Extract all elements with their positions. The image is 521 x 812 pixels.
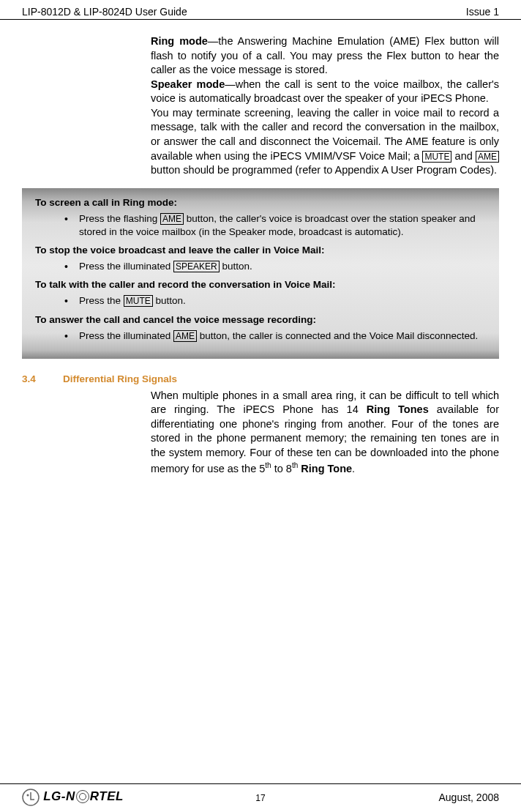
- instruction-box: To screen a call in Ring mode: Press the…: [22, 188, 499, 359]
- box-title-2: To stop the voice broadcast and leave th…: [35, 245, 486, 256]
- list-item: Press the MUTE button.: [64, 294, 486, 308]
- section-title: Differential Ring Signals: [63, 373, 177, 384]
- ame-key: AME: [173, 330, 197, 342]
- intro-paragraphs: Ring mode—the Answering Machine Emulatio…: [151, 34, 499, 178]
- section-text-mid2: to 8: [271, 462, 292, 474]
- footer-date: August, 2008: [438, 791, 499, 803]
- ring-mode-label: Ring mode: [151, 35, 208, 47]
- logo-text-2: RTEL: [90, 789, 124, 803]
- item3-before: Press the: [79, 295, 124, 306]
- item2-before: Press the illuminated: [79, 261, 173, 272]
- header-left: LIP-8012D & LIP-8024D User Guide: [22, 6, 187, 18]
- mute-key: MUTE: [124, 295, 153, 307]
- item4-after: button, the caller is connected and the …: [197, 330, 478, 341]
- lg-logo-icon: [22, 789, 40, 806]
- sup-8th: th: [292, 461, 298, 469]
- logo-circle-icon: [76, 790, 89, 803]
- item1-before: Press the flashing: [79, 213, 160, 224]
- box-title-1: To screen a call in Ring mode:: [35, 197, 486, 208]
- speaker-mode-label: Speaker mode: [151, 78, 225, 90]
- section-body: When multiple phones in a small area rin…: [151, 389, 499, 476]
- page-header: LIP-8012D & LIP-8024D User Guide Issue 1: [0, 0, 521, 20]
- box-list-2: Press the illuminated SPEAKER button.: [35, 260, 486, 273]
- box-title-3: To talk with the caller and record the c…: [35, 279, 486, 290]
- mute-key: MUTE: [422, 151, 451, 163]
- section-text-after: .: [352, 462, 355, 474]
- item4-before: Press the illuminated: [79, 330, 173, 341]
- list-item: Press the illuminated AME button, the ca…: [64, 329, 486, 343]
- speaker-key: SPEAKER: [173, 261, 220, 272]
- list-item: Press the flashing AME button, the calle…: [64, 212, 486, 239]
- box-list-1: Press the flashing AME button, the calle…: [35, 212, 486, 239]
- page-number: 17: [255, 793, 265, 803]
- para3-after: button should be programmed (refer to Ap…: [151, 164, 497, 176]
- svg-point-1: [27, 794, 29, 797]
- item2-after: button.: [220, 261, 252, 272]
- sup-5th: th: [265, 461, 271, 469]
- logo-text-1: LG-N: [43, 789, 75, 803]
- ring-tones-bold: Ring Tones: [367, 403, 429, 415]
- section-heading: 3.4 Differential Ring Signals: [22, 373, 499, 384]
- page-content: Ring mode—the Answering Machine Emulatio…: [0, 20, 521, 476]
- box-title-4: To answer the call and cancel the voice …: [35, 314, 486, 325]
- header-right: Issue 1: [466, 6, 499, 18]
- para3-mid: and: [451, 150, 476, 162]
- lg-nortel-logo: LG-NRTEL: [22, 789, 124, 806]
- box-list-3: Press the MUTE button.: [35, 294, 486, 308]
- ame-key: AME: [160, 213, 184, 225]
- item3-after: button.: [153, 295, 186, 306]
- page-footer: LG-NRTEL August, 2008 17: [0, 783, 521, 806]
- section-number: 3.4: [22, 373, 63, 384]
- ring-tone-bold: Ring Tone: [301, 462, 352, 474]
- list-item: Press the illuminated SPEAKER button.: [64, 260, 486, 273]
- ame-key: AME: [476, 151, 499, 163]
- box-list-4: Press the illuminated AME button, the ca…: [35, 329, 486, 343]
